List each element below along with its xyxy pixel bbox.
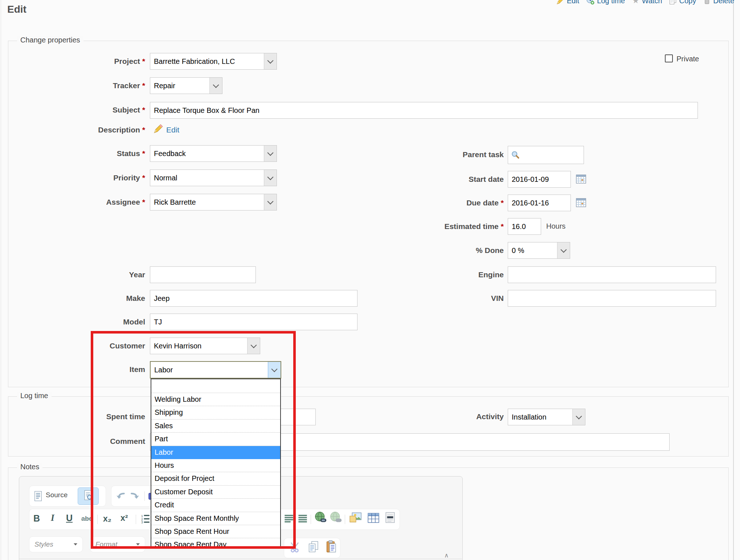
year-input[interactable] bbox=[150, 266, 256, 283]
tracker-select[interactable]: Repair bbox=[150, 77, 222, 94]
bold-icon[interactable]: B bbox=[33, 513, 40, 524]
description-label: Description* bbox=[44, 125, 145, 135]
engine-label: Engine bbox=[395, 270, 504, 279]
assignee-label: Assignee* bbox=[44, 197, 145, 207]
item-option[interactable]: Shipping bbox=[151, 406, 280, 419]
unlink-icon[interactable] bbox=[330, 511, 343, 524]
chevron-down-icon bbox=[264, 146, 277, 162]
edit-action-link[interactable]: Edit bbox=[556, 0, 579, 5]
subject-label: Subject* bbox=[44, 105, 145, 115]
due-date-label: Due date* bbox=[395, 198, 504, 208]
required-asterisk: * bbox=[142, 106, 145, 114]
italic-icon[interactable]: I bbox=[51, 513, 54, 523]
private-checkbox[interactable] bbox=[665, 54, 673, 62]
log-time-legend: Log time bbox=[17, 392, 52, 400]
copy-icon bbox=[669, 0, 676, 5]
start-date-input[interactable]: 2016-01-09 bbox=[508, 171, 571, 188]
item-option[interactable] bbox=[151, 379, 280, 393]
chevron-down-icon bbox=[572, 409, 585, 425]
item-option[interactable]: Shop Space Rent Hour bbox=[151, 525, 280, 538]
subject-input[interactable]: Replace Torque Box & Floor Pan bbox=[150, 102, 698, 119]
spent-time-label: Spent time bbox=[44, 412, 145, 421]
chevron-down-icon bbox=[136, 543, 140, 545]
item-select[interactable]: Labor bbox=[150, 361, 281, 379]
image-icon[interactable] bbox=[349, 512, 362, 523]
preview-button[interactable] bbox=[78, 487, 99, 505]
issue-action-bar: Edit Log time ★ Watch Copy Delete bbox=[556, 0, 734, 7]
required-asterisk: * bbox=[142, 81, 145, 90]
svg-text:3: 3 bbox=[141, 520, 143, 523]
due-date-input[interactable]: 2016-01-16 bbox=[508, 195, 571, 211]
copy-pages-icon[interactable] bbox=[308, 541, 319, 553]
trash-icon bbox=[703, 0, 711, 5]
customer-select[interactable]: Kevin Harrison bbox=[150, 338, 260, 354]
estimated-time-input[interactable]: 16.0 bbox=[508, 218, 541, 235]
watch-action-link[interactable]: ★ Watch bbox=[632, 0, 662, 5]
undo-icon[interactable] bbox=[115, 491, 126, 500]
item-option-selected[interactable]: Labor bbox=[151, 446, 280, 459]
subscript-icon[interactable]: x₂ bbox=[103, 514, 111, 524]
log-time-action-link[interactable]: Log time bbox=[586, 0, 625, 5]
comment-label: Comment bbox=[44, 437, 145, 446]
chevron-down-icon bbox=[268, 362, 281, 378]
item-option[interactable]: Customer Deposit bbox=[151, 486, 280, 499]
item-option[interactable]: Deposit for Project bbox=[151, 472, 280, 485]
superscript-icon[interactable]: x² bbox=[120, 513, 128, 523]
change-properties-legend: Change properties bbox=[17, 36, 83, 44]
calendar-icon[interactable] bbox=[576, 197, 586, 208]
scroll-up-icon[interactable]: ∧ bbox=[444, 552, 449, 559]
required-asterisk: * bbox=[501, 199, 504, 207]
calendar-icon[interactable] bbox=[576, 173, 586, 184]
estimated-time-suffix: Hours bbox=[546, 222, 565, 230]
year-label: Year bbox=[44, 270, 145, 279]
priority-select[interactable]: Normal bbox=[150, 169, 277, 186]
horizontal-rule-icon[interactable] bbox=[385, 512, 396, 523]
format-dropdown[interactable]: Format bbox=[90, 536, 145, 552]
required-asterisk: * bbox=[501, 222, 504, 230]
make-input[interactable]: Jeep bbox=[150, 290, 357, 307]
description-edit-link[interactable]: Edit bbox=[166, 126, 179, 134]
change-properties-fieldset: Change properties bbox=[8, 41, 729, 387]
percent-done-label: % Done bbox=[395, 246, 504, 255]
magnifier-icon bbox=[511, 151, 520, 159]
item-label: Item bbox=[44, 365, 145, 374]
source-button[interactable]: Source bbox=[46, 491, 68, 499]
item-option[interactable]: Credit bbox=[151, 499, 280, 512]
cut-icon[interactable] bbox=[289, 541, 301, 553]
item-option[interactable]: Shop Space Rent Monthly bbox=[151, 512, 280, 525]
redo-icon[interactable] bbox=[129, 491, 140, 500]
percent-done-select[interactable]: 0 % bbox=[508, 242, 570, 259]
item-option[interactable]: Welding Labor bbox=[151, 393, 280, 406]
justify-icon[interactable] bbox=[284, 514, 294, 523]
styles-dropdown[interactable]: Styles bbox=[29, 536, 83, 552]
activity-select[interactable]: Installation bbox=[508, 409, 585, 425]
star-icon: ★ bbox=[632, 0, 639, 5]
numbered-list-icon[interactable]: 123 bbox=[141, 514, 150, 523]
status-select[interactable]: Feedback bbox=[150, 145, 277, 162]
page-left-border bbox=[1, 0, 1, 560]
strikethrough-icon[interactable]: abc bbox=[81, 515, 93, 523]
make-label: Make bbox=[44, 294, 145, 303]
required-asterisk: * bbox=[142, 57, 145, 65]
delete-action-link[interactable]: Delete bbox=[703, 0, 734, 5]
item-option[interactable]: Sales bbox=[151, 420, 280, 433]
copy-action-link[interactable]: Copy bbox=[669, 0, 696, 5]
underline-icon[interactable]: U bbox=[66, 513, 73, 523]
required-asterisk: * bbox=[142, 126, 145, 134]
engine-input[interactable] bbox=[508, 266, 716, 283]
parent-task-input[interactable] bbox=[508, 146, 584, 164]
item-option[interactable]: Part bbox=[151, 433, 280, 446]
link-icon[interactable] bbox=[314, 511, 327, 524]
item-option[interactable]: Hours bbox=[151, 459, 280, 472]
assignee-select[interactable]: Rick Barrette bbox=[150, 194, 277, 210]
paste-icon[interactable] bbox=[325, 540, 338, 553]
priority-label: Priority* bbox=[44, 173, 145, 183]
tracker-label: Tracker* bbox=[44, 81, 145, 90]
model-input[interactable]: TJ bbox=[150, 314, 357, 330]
vin-input[interactable] bbox=[508, 290, 716, 307]
justify-block-icon[interactable] bbox=[298, 514, 308, 523]
item-option[interactable]: Shop Space Rent Day bbox=[151, 538, 280, 551]
table-icon[interactable] bbox=[367, 512, 380, 523]
required-asterisk: * bbox=[142, 149, 145, 158]
project-select[interactable]: Barrette Fabrication, LLC bbox=[150, 53, 277, 70]
